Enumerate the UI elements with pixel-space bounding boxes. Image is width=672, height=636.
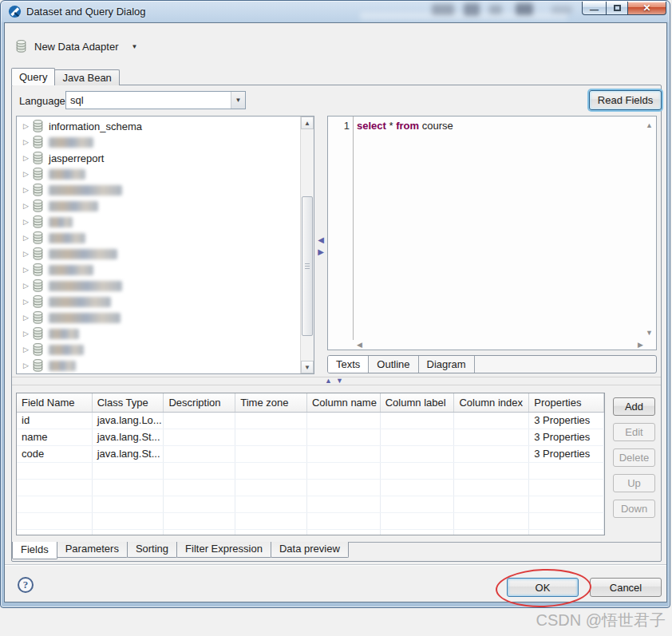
editor-scroll-left-icon[interactable]: ◀ xyxy=(357,341,362,349)
tree-item[interactable]: ▷ xyxy=(17,278,300,294)
expand-caret-icon[interactable]: ▷ xyxy=(23,314,33,322)
collapse-left-icon[interactable]: ◀ xyxy=(316,234,326,246)
table-row[interactable] xyxy=(17,513,604,530)
column-header-column-label[interactable]: Column label xyxy=(381,393,455,412)
expand-caret-icon[interactable]: ▷ xyxy=(23,154,33,162)
help-button[interactable]: ? xyxy=(18,577,34,593)
expand-caret-icon[interactable]: ▷ xyxy=(23,361,33,369)
add-button[interactable]: Add xyxy=(613,397,655,416)
table-row[interactable]: namejava.lang.St...3 Properties xyxy=(17,429,604,446)
expand-caret-icon[interactable]: ▷ xyxy=(23,250,33,258)
expand-caret-icon[interactable]: ▷ xyxy=(23,266,33,274)
tree-item[interactable]: ▷ xyxy=(17,342,300,358)
tab-texts[interactable]: Texts xyxy=(328,356,369,373)
tree-item[interactable]: ▷ xyxy=(17,262,300,278)
scroll-up-icon[interactable]: ▲ xyxy=(301,117,314,129)
sash-down-icon[interactable]: ▼ xyxy=(336,377,347,385)
tree-scrollbar[interactable]: ▲ ▼ xyxy=(300,117,314,373)
delete-button[interactable]: Delete xyxy=(613,448,655,467)
language-select[interactable]: sql ▼ xyxy=(65,91,246,109)
tree-item[interactable]: ▷ jasperreport xyxy=(17,150,300,166)
sash-up-icon[interactable]: ▲ xyxy=(325,377,336,385)
tree-item[interactable]: ▷ xyxy=(17,182,300,198)
combo-dropdown-icon[interactable]: ▼ xyxy=(231,92,245,109)
minimize-button[interactable]: — xyxy=(582,2,607,15)
tree-item[interactable]: ▷ xyxy=(17,246,300,262)
expand-caret-icon[interactable]: ▷ xyxy=(23,330,33,338)
column-header-column-name[interactable]: Column name xyxy=(307,393,381,412)
scroll-thumb[interactable] xyxy=(302,196,313,336)
tree-item[interactable]: ▷ xyxy=(17,198,300,214)
vertical-sash[interactable]: ◀ ▶ xyxy=(316,234,326,258)
schema-tree[interactable]: ▷ information_schema▷ ▷ jasperreport▷ ▷ … xyxy=(16,116,314,374)
cell xyxy=(17,463,93,479)
column-header-class-type[interactable]: Class Type xyxy=(93,393,164,412)
tab-parameters[interactable]: Parameters xyxy=(57,542,128,558)
editor-scroll-right-icon[interactable]: ▶ xyxy=(638,341,643,349)
column-header-properties[interactable]: Properties xyxy=(529,393,604,412)
expand-caret-icon[interactable]: ▷ xyxy=(23,218,33,226)
cell xyxy=(17,513,93,529)
expand-caret-icon[interactable]: ▷ xyxy=(23,346,33,354)
expand-caret-icon[interactable]: ▷ xyxy=(23,122,33,130)
tab-java-bean[interactable]: Java Bean xyxy=(54,69,119,85)
expand-caret-icon[interactable]: ▷ xyxy=(23,138,33,146)
table-body: idjava.lang.Lo...3 Propertiesnamejava.la… xyxy=(17,413,604,535)
tab-outline[interactable]: Outline xyxy=(369,356,418,373)
cell xyxy=(529,530,604,535)
table-row[interactable] xyxy=(17,530,604,535)
tree-item[interactable]: ▷ xyxy=(17,230,300,246)
expand-caret-icon[interactable]: ▷ xyxy=(23,234,33,242)
collapse-right-icon[interactable]: ▶ xyxy=(316,246,326,258)
column-header-time-zone[interactable]: Time zone xyxy=(235,393,307,412)
tab-sorting[interactable]: Sorting xyxy=(127,542,177,558)
expand-caret-icon[interactable]: ▷ xyxy=(23,298,33,306)
ok-button[interactable]: OK xyxy=(507,578,579,597)
cell: 3 Properties xyxy=(529,446,604,462)
cell xyxy=(164,463,235,479)
editor-scroll-down-icon[interactable]: ▼ xyxy=(646,329,653,337)
up-button[interactable]: Up xyxy=(613,474,655,492)
fields-table[interactable]: Field NameClass TypeDescriptionTime zone… xyxy=(16,393,605,535)
scroll-down-icon[interactable]: ▼ xyxy=(301,361,314,373)
tree-item[interactable]: ▷ xyxy=(17,166,300,182)
column-header-column-index[interactable]: Column index xyxy=(454,393,529,412)
tree-item[interactable]: ▷ xyxy=(17,134,300,150)
edit-button[interactable]: Edit xyxy=(613,423,655,441)
table-row[interactable] xyxy=(17,480,604,496)
expand-caret-icon[interactable]: ▷ xyxy=(23,202,33,210)
cancel-button[interactable]: Cancel xyxy=(590,578,662,597)
table-row[interactable]: idjava.lang.Lo...3 Properties xyxy=(17,413,604,429)
table-row[interactable] xyxy=(17,463,604,480)
expand-caret-icon[interactable]: ▷ xyxy=(23,282,33,290)
tree-item[interactable]: ▷ xyxy=(17,358,300,373)
expand-caret-icon[interactable]: ▷ xyxy=(23,186,33,194)
column-header-field-name[interactable]: Field Name xyxy=(17,393,93,412)
down-button[interactable]: Down xyxy=(613,500,655,518)
tree-item[interactable]: ▷ xyxy=(17,214,300,230)
column-header-description[interactable]: Description xyxy=(164,393,235,412)
cell xyxy=(454,530,529,535)
sql-editor[interactable]: 1 select * from course ▲ ▼ ◀ ▶ xyxy=(327,116,657,350)
tab-filter-expression[interactable]: Filter Expression xyxy=(176,542,271,558)
tab-fields[interactable]: Fields xyxy=(12,542,57,559)
title-bar[interactable]: Dataset and Query Dialog — ✕ xyxy=(1,1,670,22)
sql-query-text[interactable]: select * from course xyxy=(357,120,453,132)
tree-item[interactable]: ▷ xyxy=(17,294,300,310)
close-button[interactable]: ✕ xyxy=(628,2,666,15)
tab-data-preview[interactable]: Data preview xyxy=(271,542,349,558)
tree-item[interactable]: ▷ xyxy=(17,310,300,326)
tab-query[interactable]: Query xyxy=(11,68,55,85)
cell xyxy=(235,429,307,445)
tree-item[interactable]: ▷ information_schema xyxy=(17,118,300,134)
expand-caret-icon[interactable]: ▷ xyxy=(23,170,33,178)
table-row[interactable] xyxy=(17,496,604,513)
tree-item[interactable]: ▷ xyxy=(17,326,300,342)
horizontal-sash[interactable]: ▲▼ xyxy=(12,377,661,385)
data-adapter-selector[interactable]: New Data Adapter ▼ xyxy=(16,38,137,54)
tab-diagram[interactable]: Diagram xyxy=(419,356,475,373)
read-fields-button[interactable]: Read Fields xyxy=(589,90,662,110)
editor-scroll-up-icon[interactable]: ▲ xyxy=(646,121,653,129)
maximize-button[interactable] xyxy=(607,2,628,15)
table-row[interactable]: codejava.lang.St...3 Properties xyxy=(17,446,604,463)
